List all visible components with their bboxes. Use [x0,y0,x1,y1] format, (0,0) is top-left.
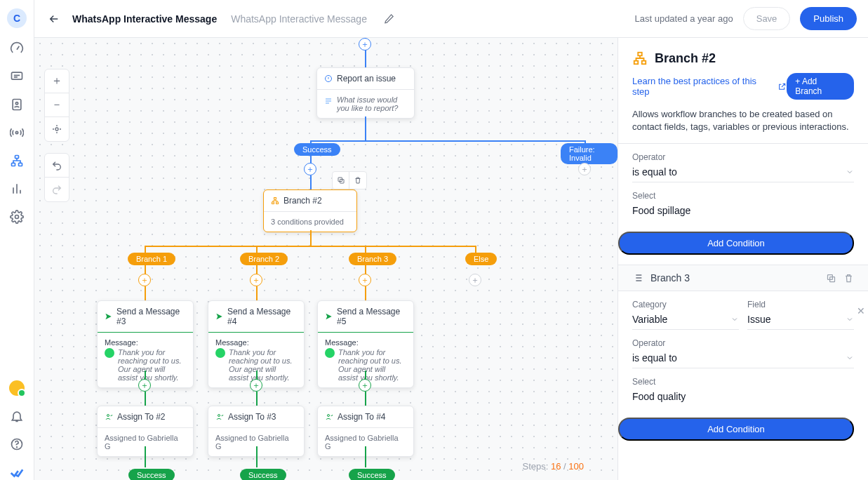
node-title: Branch #2 [283,196,322,206]
add-step-dot[interactable]: ＋ [138,274,151,286]
undo-button[interactable] [45,154,69,178]
edit-title-icon[interactable] [384,13,394,24]
user-avatar[interactable] [9,380,25,396]
add-step-dot[interactable]: ＋ [250,379,262,392]
branch-header[interactable]: Branch 3 [618,265,868,291]
pill-success[interactable]: Success [240,469,286,480]
center-button[interactable] [45,117,69,141]
svg-rect-4 [15,156,19,159]
svg-point-9 [17,447,18,448]
node-body: Thank you for reaching out to us. Our ag… [118,348,186,382]
pill-failure[interactable]: Failure: Invalid [561,143,617,164]
remove-condition-icon[interactable]: ✕ [857,305,865,316]
svg-point-20 [107,415,109,417]
condition-block: ✕ Category Variable Field Issue Operator… [618,291,868,412]
back-button[interactable] [46,11,62,27]
node-title: Send a Message #5 [337,307,406,326]
field-label: Field [747,300,854,309]
redo-button[interactable] [45,178,69,201]
brand-check-icon[interactable] [9,465,25,480]
copy-branch-icon[interactable] [826,273,836,284]
node-body: 3 conditions provided [264,212,356,232]
steps-counter: Steps: 16 / 100 [523,461,585,472]
node-body: What issue would you like to report? [337,95,407,112]
operator-select[interactable]: is equal to [632,164,854,182]
learn-link[interactable]: Learn the best practices of this step [632,76,787,97]
add-branch-button[interactable]: + Add Branch [787,73,854,100]
pill-branch2[interactable]: Branch 2 [240,253,288,265]
pill-branch3[interactable]: Branch 3 [349,253,396,265]
select-value[interactable]: Food quality [632,388,854,406]
bell-icon[interactable] [9,408,25,424]
history-controls [44,153,69,202]
category-select[interactable]: Variable [632,311,739,330]
content-row: ＋ － ＋ Report an issue What issue would y… [34,38,868,480]
add-step-dot[interactable]: ＋ [469,274,481,286]
inspector-title: Branch #2 [655,51,716,66]
chevron-down-icon [846,315,854,324]
add-step-dot[interactable]: ＋ [138,379,151,392]
pill-success[interactable]: Success [294,143,340,156]
gauge-icon[interactable] [9,41,25,56]
svg-rect-25 [642,61,646,65]
save-button[interactable]: Save [743,7,791,30]
publish-button[interactable]: Publish [800,7,857,30]
add-step-dot[interactable]: ＋ [359,274,371,286]
svg-point-7 [15,215,19,219]
chevron-down-icon [730,315,739,324]
operator-select[interactable]: is equal to [632,349,854,368]
node-title: Assign To #4 [338,412,386,422]
add-step-dot[interactable]: ＋ [578,163,591,175]
pill-else[interactable]: Else [465,253,497,265]
inspector-panel: Branch #2 Learn the best practices of th… [617,38,868,480]
pill-success[interactable]: Success [128,469,175,480]
add-step-dot[interactable]: ＋ [359,38,371,51]
chat-icon[interactable] [9,69,25,84]
message-label: Message: [105,338,186,347]
header: WhatsApp Interactive Message WhatsApp In… [34,0,868,38]
delete-node-icon[interactable] [349,172,366,189]
workflow-title: WhatsApp Interactive Message [72,13,217,25]
node-body: Thank you for reaching out to us. Our ag… [229,348,297,382]
node-branch-2[interactable]: Branch #2 3 conditions provided [263,189,357,232]
zoom-in-button[interactable]: ＋ [45,69,69,93]
reports-icon[interactable] [9,181,25,196]
add-step-dot[interactable]: ＋ [304,163,316,175]
node-report-issue[interactable]: Report an issue What issue would you lik… [316,67,415,119]
delete-branch-icon[interactable] [843,273,854,284]
pill-branch1[interactable]: Branch 1 [128,253,175,265]
svg-rect-19 [276,202,279,204]
message-label: Message: [325,338,406,347]
field-label: Select [632,191,854,201]
workspace-avatar[interactable]: C [7,8,27,28]
last-updated: Last updated a year ago [634,13,733,24]
node-title: Assign To #3 [228,412,276,422]
help-icon[interactable] [9,436,25,452]
workflow-icon[interactable] [9,153,25,168]
workflow-subtitle: WhatsApp Interactive Message [231,13,367,25]
add-step-dot[interactable]: ＋ [359,379,371,392]
broadcast-icon[interactable] [9,125,25,140]
add-condition-button[interactable]: Add Condition [618,232,854,255]
copy-node-icon[interactable] [333,172,349,189]
field-select[interactable]: Issue [747,311,854,330]
branch-icon [632,51,648,66]
svg-rect-24 [634,61,639,65]
node-title: Send a Message #3 [116,307,186,326]
condition-block: Operator is equal to Select Food spillag… [618,144,868,226]
select-value[interactable]: Food spillage [632,202,854,220]
chevron-down-icon [846,168,854,176]
pill-success[interactable]: Success [349,469,395,480]
field-label: Select [632,377,854,387]
svg-point-2 [15,102,18,105]
zoom-controls: ＋ － [44,69,69,142]
settings-icon[interactable] [9,209,25,225]
workflow-canvas[interactable]: ＋ － ＋ Report an issue What issue would y… [34,38,617,480]
node-title: Report an issue [337,74,396,84]
zoom-out-button[interactable]: － [45,93,69,117]
svg-point-10 [55,128,58,131]
contacts-icon[interactable] [9,97,25,112]
add-condition-button[interactable]: Add Condition [618,418,854,441]
list-icon [632,272,643,284]
add-step-dot[interactable]: ＋ [250,274,262,286]
